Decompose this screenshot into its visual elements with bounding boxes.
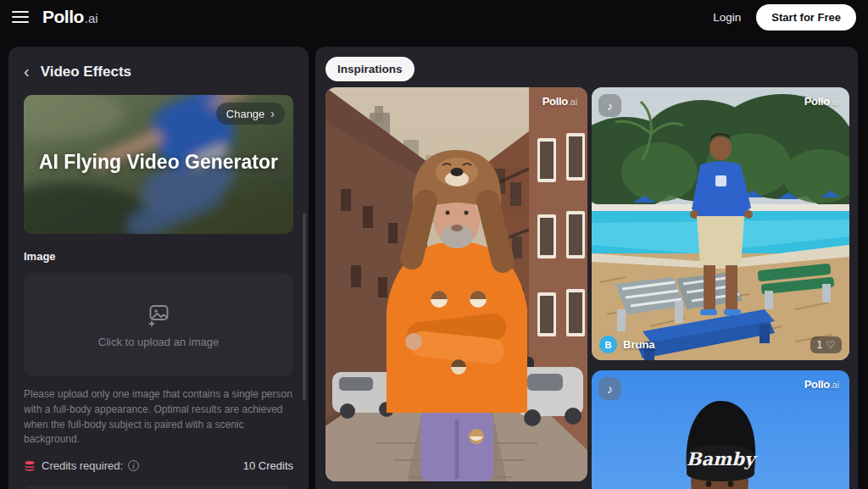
back-icon[interactable]: ‹: [24, 65, 30, 77]
author-name: Bruna: [623, 338, 655, 351]
info-icon[interactable]: i: [128, 460, 139, 471]
pollo-watermark: Pollo .ai: [804, 95, 839, 108]
credits-value: 10 Credits: [243, 459, 293, 472]
upload-image-icon: [146, 302, 171, 327]
beanie-text: Bamby: [687, 448, 758, 470]
change-effect-button[interactable]: Change ›: [216, 103, 285, 125]
author-avatar[interactable]: B: [599, 336, 617, 353]
inspiration-card-pool[interactable]: ♪ Pollo .ai B Bruna 1 ♡: [592, 87, 849, 360]
logo-text: Pollo: [42, 7, 84, 27]
watermark-suffix: .ai: [568, 97, 577, 107]
watermark-bold: Pollo: [804, 378, 830, 391]
pollo-watermark: Pollo .ai: [542, 95, 577, 108]
inspirations-chip[interactable]: Inspirations: [326, 57, 415, 81]
inspiration-card-street[interactable]: Pollo .ai: [326, 87, 587, 481]
menu-icon[interactable]: [12, 11, 29, 23]
likes-count: 1: [817, 339, 823, 351]
image-section-label: Image: [24, 250, 293, 263]
credits-coin-icon: [24, 460, 36, 472]
upload-hint: Click to upload an image: [98, 336, 219, 348]
logo[interactable]: Pollo .ai: [42, 7, 98, 27]
credits-label: Credits required:: [42, 459, 123, 472]
effect-config-panel: ‹ Video Effects: [8, 47, 309, 489]
panel-header: ‹ Video Effects: [24, 64, 293, 81]
tiktok-icon[interactable]: ♪: [598, 94, 621, 117]
inspirations-grid: Pollo .ai: [326, 87, 849, 489]
pollo-watermark: Pollo .ai: [804, 378, 839, 391]
panel-scrollbar[interactable]: [303, 213, 306, 401]
likes-badge[interactable]: 1 ♡: [810, 336, 842, 353]
watermark-suffix: .ai: [830, 380, 839, 390]
grid-column-2: ♪ Pollo .ai B Bruna 1 ♡: [592, 87, 849, 489]
inspiration-card-bamby[interactable]: Bamby ♪ Pollo .ai: [592, 370, 849, 489]
change-label: Change: [226, 108, 265, 120]
logo-suffix: .ai: [85, 11, 98, 25]
watermark-suffix: .ai: [830, 97, 839, 107]
watermark-bold: Pollo: [804, 95, 830, 108]
grid-column-1: Pollo .ai: [326, 87, 587, 489]
street-scene-image: [326, 87, 587, 481]
login-link[interactable]: Login: [713, 11, 741, 24]
effect-title: AI Flying Video Generator: [24, 151, 293, 174]
create-button[interactable]: ✦ Create: [24, 486, 293, 489]
inspirations-panel: Inspirations: [315, 47, 858, 489]
topbar: Pollo .ai Login Start for Free: [0, 0, 868, 34]
upload-guidelines: Please upload only one image that contai…: [24, 387, 293, 447]
credits-row: Credits required: i 10 Credits: [24, 459, 293, 472]
image-upload-dropzone[interactable]: Click to upload an image: [24, 273, 293, 376]
effect-preview-card[interactable]: Change › AI Flying Video Generator: [24, 95, 293, 234]
author-row[interactable]: B Bruna: [599, 336, 655, 353]
pool-scene-image: [592, 87, 849, 360]
chevron-right-icon: ›: [270, 107, 275, 120]
start-for-free-button[interactable]: Start for Free: [756, 4, 856, 31]
page-title: Video Effects: [41, 64, 131, 81]
heart-icon: ♡: [826, 339, 835, 351]
watermark-bold: Pollo: [542, 95, 568, 108]
tiktok-icon[interactable]: ♪: [598, 377, 621, 400]
